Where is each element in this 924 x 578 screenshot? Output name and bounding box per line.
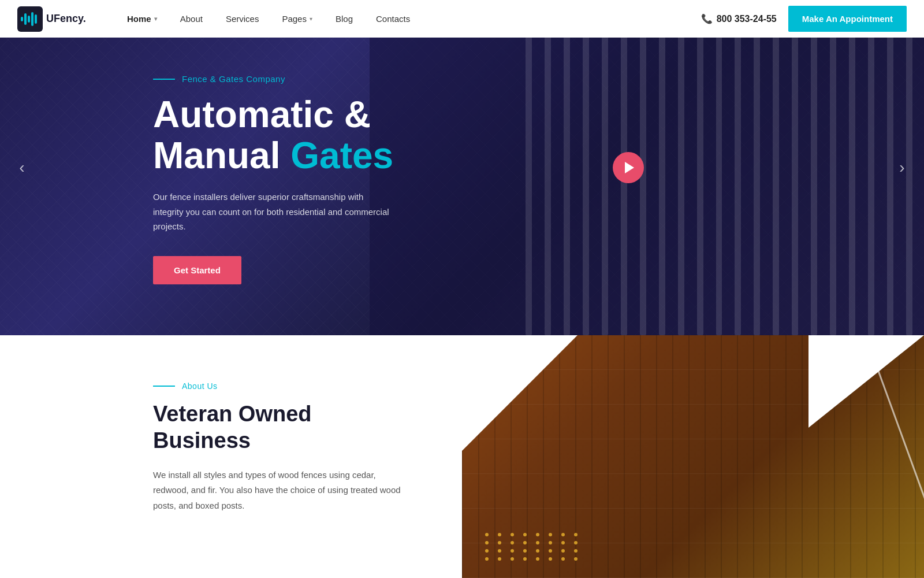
dot [498,533,501,536]
phone-area: 📞 800 353-24-55 [701,13,777,24]
nav-links: Home ▾ About Services Pages ▾ Blog Conta… [116,0,701,38]
logo-icon [17,6,43,32]
fence-bar [868,0,874,335]
hero-title-line2-normal: Manual [153,135,290,176]
diagonal-cut-right [808,335,924,428]
dot [523,541,527,544]
dot [536,541,539,544]
phone-icon: 📞 [701,13,713,24]
about-subtitle-dash [153,386,175,387]
dots-overlay [485,533,582,561]
dot [574,541,578,544]
navbar: UFency. Home ▾ About Services Pages ▾ Bl… [0,0,924,38]
fence-bar [602,0,608,335]
fence-bar [792,0,798,335]
svg-rect-2 [24,13,27,25]
dot [549,549,552,553]
nav-blog[interactable]: Blog [324,0,364,38]
svg-rect-1 [21,17,23,21]
hero-description: Our fence installers deliver superior cr… [153,190,396,234]
dot [485,557,489,561]
hero-content: Fence & Gates Company Automatic & Manual… [0,74,396,284]
diagonal-cut-left [462,335,578,451]
dot [485,541,489,544]
dot [574,549,578,553]
fence-bar [564,0,570,335]
pages-arrow-icon: ▾ [310,16,312,22]
dot [574,557,578,561]
dot [549,541,552,544]
fence-bar [754,0,760,335]
dot [498,557,501,561]
dot [536,549,539,553]
dot [561,549,565,553]
about-fence-image [462,335,924,578]
dot [523,557,527,561]
nav-pages[interactable]: Pages ▾ [270,0,324,38]
nav-home[interactable]: Home ▾ [116,0,169,38]
about-title-line2: Business [153,428,251,453]
dot [498,549,501,553]
dot [549,533,552,536]
dot [498,541,501,544]
fence-bar [697,0,703,335]
carousel-prev-arrow[interactable]: ‹ [12,157,32,178]
phone-number: 800 353-24-55 [717,14,777,24]
dot [523,533,527,536]
about-title: Veteran Owned Business [153,401,416,454]
fence-bar [526,0,532,335]
dot [561,541,565,544]
fence-bar [545,0,551,335]
logo-text: UFency. [46,13,86,25]
fence-bar [735,0,741,335]
logo[interactable]: UFency. [17,6,92,32]
dot [536,533,539,536]
hero-title-highlight: Gates [290,135,393,176]
fence-bar [830,0,836,335]
carousel-next-arrow[interactable]: › [892,157,912,178]
hero-title-line1: Automatic & [153,94,371,135]
about-subtitle: About Us [182,381,218,391]
fence-bar [773,0,779,335]
fence-bar [659,0,665,335]
fence-bar [583,0,589,335]
svg-rect-4 [31,12,33,26]
fence-bar [716,0,722,335]
dot [511,549,514,553]
about-image-overlay [462,335,924,578]
dot [523,549,527,553]
nav-about[interactable]: About [169,0,214,38]
dot [549,557,552,561]
hero-fence-bars [514,0,924,335]
appointment-button[interactable]: Make An Appointment [788,6,907,32]
dot [485,549,489,553]
fence-bar [811,0,817,335]
dot [561,533,565,536]
about-subtitle-line: About Us [153,381,416,391]
fence-bar [678,0,684,335]
play-button[interactable] [613,152,644,183]
dot [485,533,489,536]
nav-services[interactable]: Services [214,0,271,38]
about-section: About Us Veteran Owned Business We insta… [0,335,924,578]
hero-fence-overlay [370,0,924,335]
dot [536,557,539,561]
hero-title: Automatic & Manual Gates [153,94,396,176]
about-content: About Us Veteran Owned Business We insta… [0,335,462,578]
about-description: We install all styles and types of wood … [153,468,401,513]
about-title-line1: Veteran Owned [153,402,312,426]
nav-contacts[interactable]: Contacts [364,0,422,38]
nav-right: 📞 800 353-24-55 Make An Appointment [701,6,907,32]
dot [574,533,578,536]
hero-subtitle-line: Fence & Gates Company [153,74,396,84]
svg-rect-5 [35,14,37,24]
about-image-area [462,335,924,578]
dot [561,557,565,561]
fence-bar [849,0,855,335]
hero-subtitle: Fence & Gates Company [182,74,285,84]
svg-rect-3 [28,16,30,23]
get-started-button[interactable]: Get Started [153,256,241,284]
hero-subtitle-dash [153,79,175,80]
home-arrow-icon: ▾ [154,16,157,22]
dot [511,541,514,544]
